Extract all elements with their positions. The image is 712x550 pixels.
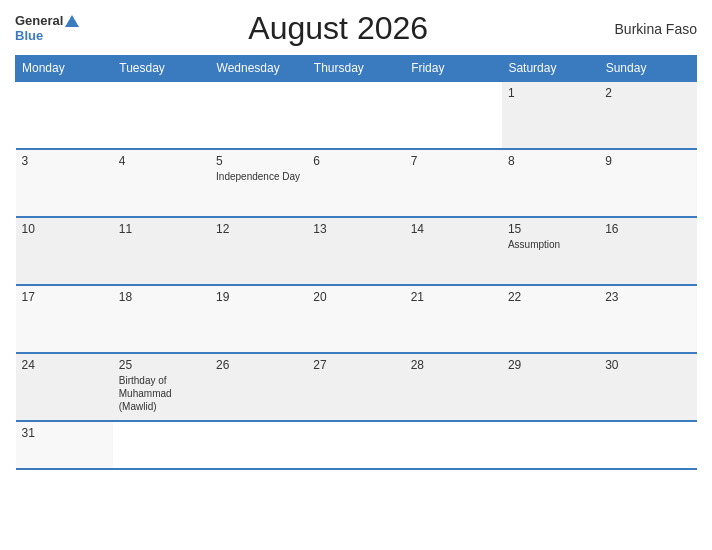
day-event: Birthday of Muhammad (Mawlid) [119, 374, 204, 413]
logo: General Blue [15, 14, 79, 43]
calendar-day-cell [502, 421, 599, 469]
weekday-header-row: Monday Tuesday Wednesday Thursday Friday… [16, 56, 697, 82]
calendar-day-cell: 26 [210, 353, 307, 421]
calendar-day-cell: 29 [502, 353, 599, 421]
header-sunday: Sunday [599, 56, 696, 82]
logo-blue-text: Blue [15, 29, 43, 43]
day-number: 24 [22, 358, 107, 372]
calendar-day-cell: 27 [307, 353, 404, 421]
logo-general-text: General [15, 14, 63, 28]
day-number: 18 [119, 290, 204, 304]
calendar-day-cell: 18 [113, 285, 210, 353]
calendar-week-row: 345Independence Day6789 [16, 149, 697, 217]
day-number: 2 [605, 86, 690, 100]
calendar-week-row: 101112131415Assumption16 [16, 217, 697, 285]
day-number: 28 [411, 358, 496, 372]
day-number: 22 [508, 290, 593, 304]
day-number: 4 [119, 154, 204, 168]
day-number: 27 [313, 358, 398, 372]
day-number: 12 [216, 222, 301, 236]
day-number: 11 [119, 222, 204, 236]
day-number: 26 [216, 358, 301, 372]
country-label: Burkina Faso [597, 21, 697, 37]
day-event: Assumption [508, 238, 593, 251]
day-number: 25 [119, 358, 204, 372]
calendar-week-row: 31 [16, 421, 697, 469]
calendar-week-row: 2425Birthday of Muhammad (Mawlid)2627282… [16, 353, 697, 421]
day-number: 19 [216, 290, 301, 304]
header-thursday: Thursday [307, 56, 404, 82]
calendar-day-cell: 19 [210, 285, 307, 353]
calendar-day-cell: 8 [502, 149, 599, 217]
calendar-day-cell: 10 [16, 217, 113, 285]
calendar-day-cell: 1 [502, 81, 599, 149]
calendar-day-cell: 4 [113, 149, 210, 217]
header: General Blue August 2026 Burkina Faso [15, 10, 697, 47]
day-number: 7 [411, 154, 496, 168]
day-number: 6 [313, 154, 398, 168]
calendar-day-cell: 20 [307, 285, 404, 353]
header-monday: Monday [16, 56, 113, 82]
day-number: 20 [313, 290, 398, 304]
calendar-day-cell [405, 81, 502, 149]
calendar-day-cell [16, 81, 113, 149]
header-friday: Friday [405, 56, 502, 82]
calendar-day-cell: 28 [405, 353, 502, 421]
calendar-week-row: 12 [16, 81, 697, 149]
calendar-day-cell: 21 [405, 285, 502, 353]
day-number: 9 [605, 154, 690, 168]
day-number: 31 [22, 426, 107, 440]
calendar-day-cell: 3 [16, 149, 113, 217]
calendar-day-cell: 16 [599, 217, 696, 285]
calendar-day-cell [210, 421, 307, 469]
day-number: 1 [508, 86, 593, 100]
calendar-day-cell: 23 [599, 285, 696, 353]
calendar-day-cell: 24 [16, 353, 113, 421]
calendar-day-cell: 7 [405, 149, 502, 217]
calendar-day-cell [113, 421, 210, 469]
day-number: 29 [508, 358, 593, 372]
day-number: 21 [411, 290, 496, 304]
calendar-day-cell: 31 [16, 421, 113, 469]
day-number: 3 [22, 154, 107, 168]
calendar-day-cell: 5Independence Day [210, 149, 307, 217]
calendar-title: August 2026 [79, 10, 597, 47]
calendar-day-cell: 14 [405, 217, 502, 285]
day-number: 30 [605, 358, 690, 372]
calendar-day-cell [599, 421, 696, 469]
calendar-day-cell: 17 [16, 285, 113, 353]
calendar-day-cell [307, 421, 404, 469]
calendar-day-cell: 9 [599, 149, 696, 217]
calendar-table: Monday Tuesday Wednesday Thursday Friday… [15, 55, 697, 470]
calendar-day-cell: 12 [210, 217, 307, 285]
calendar-day-cell: 13 [307, 217, 404, 285]
day-number: 16 [605, 222, 690, 236]
header-saturday: Saturday [502, 56, 599, 82]
calendar-page: General Blue August 2026 Burkina Faso Mo… [0, 0, 712, 550]
day-number: 8 [508, 154, 593, 168]
calendar-day-cell: 6 [307, 149, 404, 217]
calendar-day-cell [405, 421, 502, 469]
calendar-day-cell [210, 81, 307, 149]
calendar-day-cell: 11 [113, 217, 210, 285]
day-number: 10 [22, 222, 107, 236]
day-number: 23 [605, 290, 690, 304]
calendar-day-cell: 2 [599, 81, 696, 149]
calendar-day-cell [113, 81, 210, 149]
calendar-day-cell: 30 [599, 353, 696, 421]
day-number: 17 [22, 290, 107, 304]
day-number: 14 [411, 222, 496, 236]
calendar-day-cell: 25Birthday of Muhammad (Mawlid) [113, 353, 210, 421]
calendar-week-row: 17181920212223 [16, 285, 697, 353]
header-tuesday: Tuesday [113, 56, 210, 82]
day-number: 5 [216, 154, 301, 168]
header-wednesday: Wednesday [210, 56, 307, 82]
day-number: 15 [508, 222, 593, 236]
calendar-day-cell: 22 [502, 285, 599, 353]
day-number: 13 [313, 222, 398, 236]
logo-triangle-icon [65, 15, 79, 27]
calendar-day-cell [307, 81, 404, 149]
day-event: Independence Day [216, 170, 301, 183]
calendar-day-cell: 15Assumption [502, 217, 599, 285]
